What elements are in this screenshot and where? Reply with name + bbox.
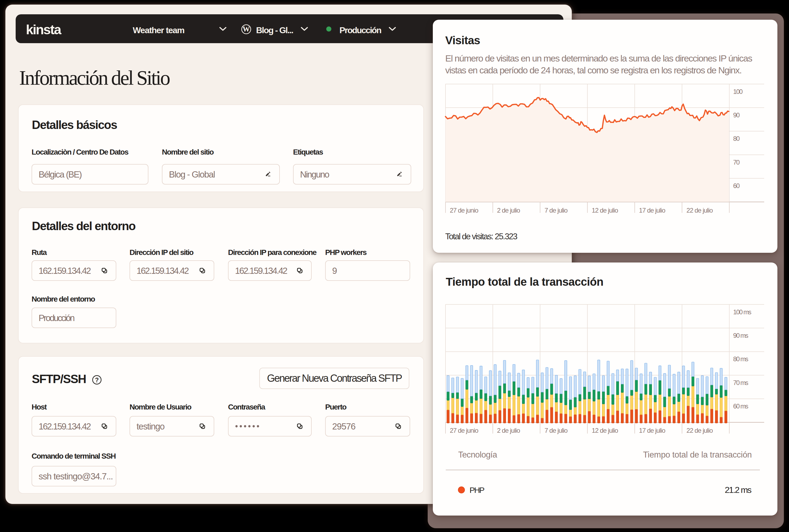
svg-text:100 ms: 100 ms: [733, 308, 751, 316]
svg-text:17 de julio: 17 de julio: [639, 427, 665, 434]
svg-text:2 de julio: 2 de julio: [497, 427, 520, 434]
svg-text:27 de junio: 27 de junio: [450, 427, 478, 434]
svg-text:70 ms: 70 ms: [733, 379, 749, 386]
svg-text:Tiempo total de la transacción: Tiempo total de la transacción: [643, 450, 752, 459]
svg-text:80 ms: 80 ms: [733, 355, 749, 363]
svg-text:PHP: PHP: [470, 486, 484, 494]
svg-text:21.2 ms: 21.2 ms: [725, 485, 751, 495]
svg-text:90 ms: 90 ms: [733, 332, 749, 339]
svg-text:22 de julio: 22 de julio: [687, 427, 713, 434]
svg-text:7 de julio: 7 de julio: [545, 427, 568, 434]
svg-text:60 ms: 60 ms: [733, 402, 749, 410]
svg-text:12 de julio: 12 de julio: [592, 427, 618, 434]
svg-text:Tecnología: Tecnología: [458, 450, 497, 459]
